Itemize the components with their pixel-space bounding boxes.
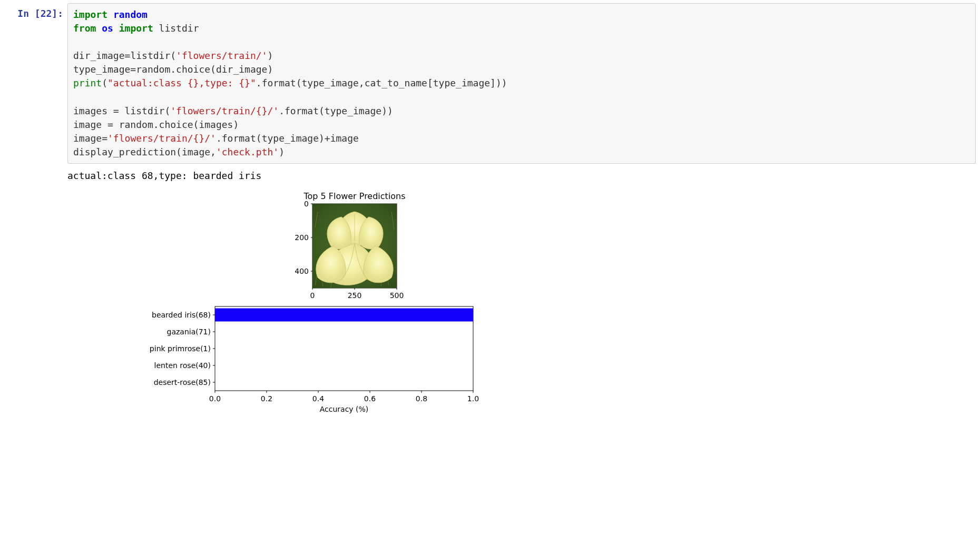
string-path1: 'flowers/train/' — [176, 50, 267, 61]
output-prompt-spacer — [4, 167, 67, 171]
svg-text:0.8: 0.8 — [416, 394, 427, 403]
svg-text:0.4: 0.4 — [312, 394, 324, 403]
name-listdir: listdir — [159, 23, 199, 34]
flower-image — [312, 204, 397, 288]
svg-text:400: 400 — [295, 267, 309, 275]
svg-text:bearded iris(68): bearded iris(68) — [152, 311, 211, 319]
string-fmt1: "actual:class {},type: {}" — [107, 77, 256, 88]
keyword-import: import — [73, 9, 107, 20]
matplotlib-figure: Top 5 Flower Predictions — [67, 191, 976, 424]
svg-text:0: 0 — [310, 291, 315, 300]
input-cell: In [22]: import random from os import li… — [4, 3, 976, 164]
svg-text:0.2: 0.2 — [261, 394, 272, 403]
chart-title: Top 5 Flower Predictions — [303, 191, 405, 201]
cell-prompt: In [22]: — [4, 3, 67, 19]
svg-text:pink primrose(1): pink primrose(1) — [150, 344, 211, 353]
image-xticks: 0 250 500 — [310, 288, 404, 300]
bottom-subplot: 0.0 0.2 0.4 0.6 — [150, 306, 479, 413]
prompt-label: In [22]: — [17, 8, 63, 19]
code-var-dirimage: dir_image — [73, 50, 125, 61]
code-input-area[interactable]: import random from os import listdir dir… — [67, 3, 976, 164]
module-random: random — [113, 9, 148, 20]
string-path2: 'flowers/train/{}/' — [170, 105, 279, 116]
svg-text:0.0: 0.0 — [209, 394, 221, 403]
code-line7: image = random.choice(images) — [73, 119, 239, 130]
code-content[interactable]: import random from os import listdir dir… — [73, 8, 970, 159]
output-cell: actual:class 68,type: bearded iris Top 5… — [4, 167, 976, 424]
svg-text:200: 200 — [295, 233, 309, 242]
bar-series — [215, 309, 473, 322]
svg-text:250: 250 — [348, 291, 362, 300]
stdout-text: actual:class 68,type: bearded iris — [67, 167, 976, 182]
bar-xlabel: Accuracy (%) — [320, 405, 369, 413]
builtin-print: print — [73, 77, 102, 88]
svg-text:0.6: 0.6 — [364, 394, 376, 403]
figure-svg: Top 5 Flower Predictions — [67, 191, 542, 422]
bar-xticks: 0.0 0.2 0.4 0.6 — [209, 391, 479, 403]
keyword-import2: import — [119, 23, 153, 34]
top-subplot: Top 5 Flower Predictions — [295, 191, 405, 300]
svg-text:lenten rose(40): lenten rose(40) — [154, 361, 211, 370]
bar-ylabels: bearded iris(68) gazania(71) pink primro… — [150, 311, 215, 386]
module-os: os — [102, 23, 113, 34]
bar-0 — [215, 309, 473, 322]
keyword-from: from — [73, 23, 96, 34]
svg-text:desert-rose(85): desert-rose(85) — [154, 378, 211, 386]
image-yticks: 0 200 400 — [295, 200, 312, 275]
string-checkpth: 'check.pth' — [216, 146, 279, 157]
string-path3: 'flowers/train/{}/' — [107, 133, 216, 144]
svg-text:1.0: 1.0 — [467, 394, 479, 403]
svg-text:gazania(71): gazania(71) — [167, 328, 211, 336]
code-line4: type_image=random.choice(dir_image) — [73, 64, 273, 75]
svg-text:0: 0 — [304, 200, 309, 208]
svg-text:500: 500 — [390, 291, 404, 300]
